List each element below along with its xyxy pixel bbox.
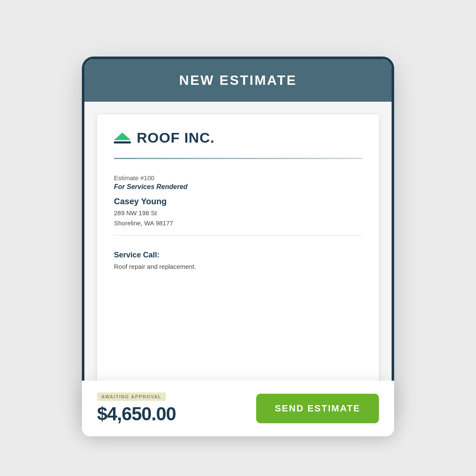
roof-logo-icon [114,133,131,143]
service-description: Roof repair and replacement. [114,262,362,272]
estimate-info: Estimate #100 For Services Rendered Case… [114,168,362,235]
device-header-title: NEW ESTIMATE [93,73,383,88]
bottom-bar-left: AWAITING APPROVAL $4,650.00 [97,392,176,425]
client-name: Casey Young [114,197,362,206]
device-body: ROOF INC. Estimate #100 For Services Ren… [84,102,392,417]
estimate-subtitle: For Services Rendered [114,183,362,191]
client-address-line1: 289 NW 198 St [114,208,362,218]
device-card: NEW ESTIMATE ROOF INC. Estimate #100 [82,57,394,419]
estimate-number: Estimate #100 [114,174,362,181]
logo-bar [114,141,131,143]
service-label: Service Call: [114,251,362,260]
chevron-up-icon [114,133,131,140]
logo-area: ROOF INC. [114,130,362,146]
service-section: Service Call: Roof repair and replacemen… [114,244,362,272]
page-wrapper: Customizable Template NEW ESTIMATE ROOF … [57,40,419,436]
amount: $4,650.00 [97,403,176,425]
logo-text: ROOF INC. [137,130,215,146]
device-header: NEW ESTIMATE [84,59,392,102]
send-estimate-button[interactable]: SEND ESTIMATE [256,394,379,423]
status-badge: AWAITING APPROVAL [97,392,166,401]
divider [114,158,362,159]
document-paper: ROOF INC. Estimate #100 For Services Ren… [97,114,379,417]
client-address-line2: Shoreline, WA 98177 [114,218,362,228]
bottom-bar: AWAITING APPROVAL $4,650.00 SEND ESTIMAT… [82,381,394,436]
